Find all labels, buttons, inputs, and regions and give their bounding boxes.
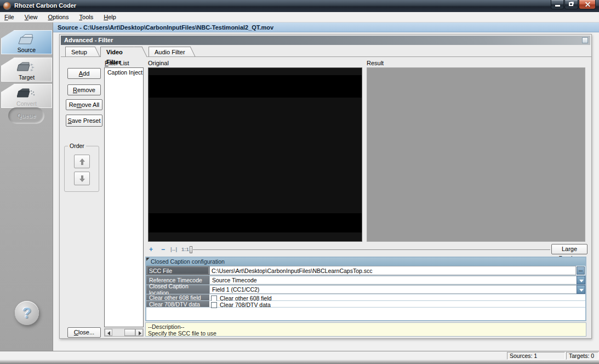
filter-list-hscrollbar[interactable] [104,328,144,337]
menubar: File View Options Tools Help [0,12,599,22]
chevron-down-icon[interactable] [577,276,585,285]
chevron-down-icon[interactable] [577,285,585,294]
panel-corner-button[interactable] [582,37,588,43]
zoom-out-icon[interactable]: − [161,246,165,253]
filter-list-item[interactable]: Caption Inject F [105,68,143,77]
queue-button[interactable]: Queue [8,107,44,124]
advanced-filter-title: Advanced - Filter [64,37,113,43]
advanced-filter-header: Advanced - Filter [61,36,590,45]
order-label: Order [68,143,86,149]
minimize-icon [555,5,560,7]
cc-config-notch-icon [146,258,150,261]
sidebar-item-source[interactable]: Source [1,30,52,54]
zoom-slider-handle[interactable] [190,246,192,253]
tab-video-filter[interactable]: Video Filter [100,47,141,57]
cc-config-title: Closed Caption configuration [151,258,225,265]
clear-708-checkbox-label: Clear 708/DTV data [220,302,271,308]
caption-location-label[interactable]: Closed Caption location [146,285,209,294]
target-folder-icon [17,60,37,73]
clear-608-label[interactable]: Clear other 608 field [146,294,209,300]
source-path-header: Source - C:\Users\Art\Desktop\CarbonInpu… [53,22,599,32]
statusbar: Sources: 1 Targets: 0 [0,351,599,360]
status-sources: Sources: 1 [507,352,565,360]
zoom-slider-track[interactable] [193,249,550,250]
help-button[interactable]: ? [15,301,39,325]
sidebar-source-label: Source [1,47,52,53]
close-icon [584,2,590,8]
menu-view[interactable]: View [20,12,42,22]
scc-file-input[interactable]: C:\Users\Art\Desktop\CarbonInputFiles\NB… [209,266,576,275]
taskbar-edge [0,360,599,364]
large-preview-button[interactable]: Large Preview [551,244,587,254]
scroll-right-icon[interactable] [135,329,143,336]
app-window: Rhozet Carbon Coder File View Options To… [0,0,599,364]
app-icon [3,2,11,10]
filter-item-label: Caption Inject F [107,69,144,76]
close-window-button[interactable] [579,0,596,9]
add-button[interactable]: Add [67,68,101,79]
scroll-left-icon[interactable] [105,329,112,336]
zoom-fit-icon[interactable]: |↔| [170,246,176,253]
result-label: Result [367,60,384,66]
clear-708-checkbox[interactable] [211,302,217,308]
original-preview [148,67,362,242]
caption-location-cell: Field 1 (CC1/CC2) [209,285,585,294]
clear-708-cell: Clear 708/DTV data [209,301,585,307]
description-text: Specify the SCC file to use [148,330,584,337]
remove-button[interactable]: Remove [67,84,101,95]
remove-all-button[interactable]: Remove All [66,99,102,110]
restore-button[interactable] [564,0,578,9]
closed-caption-config: Closed Caption configuration SCC File C:… [145,257,586,321]
cc-row-caption-location: Closed Caption location Field 1 (CC1/CC2… [146,285,585,294]
scc-file-label[interactable]: SCC File [146,266,209,275]
tab-audio-filter[interactable]: Audio Filter [149,47,189,56]
scroll-thumb[interactable] [124,329,135,336]
menu-options[interactable]: Options [44,12,73,22]
browse-button[interactable]: ... [577,266,585,275]
menu-tools[interactable]: Tools [75,12,98,22]
close-button[interactable]: Close... [67,327,101,338]
arrow-up-icon [79,158,85,165]
sidebar-item-convert[interactable]: Convert [1,84,52,108]
order-down-button[interactable] [74,172,90,185]
zoom-in-icon[interactable]: + [149,246,153,253]
tab-setup[interactable]: Setup [65,47,94,56]
result-preview [367,67,585,242]
cc-row-clear-608: Clear other 608 field Clear other 608 fi… [146,294,585,301]
scc-file-value-cell: C:\Users\Art\Desktop\CarbonInputFiles\NB… [209,266,585,275]
clear-608-cell: Clear other 608 field [209,294,585,300]
save-preset-button[interactable]: Save Preset [66,115,102,127]
cc-config-header: Closed Caption configuration [146,258,585,266]
sidebar-item-target[interactable]: Target [1,58,52,82]
description-box: --Description-- Specify the SCC file to … [145,322,586,337]
reference-timecode-cell: Source Timecode [209,276,585,285]
cc-row-reference-timecode: Reference Timecode Source Timecode [146,276,585,285]
minimize-button[interactable] [551,0,564,9]
reference-timecode-select[interactable]: Source Timecode [209,276,585,285]
caption-location-select[interactable]: Field 1 (CC1/CC2) [209,285,585,294]
status-targets: Targets: 0 [566,352,598,360]
clear-708-label[interactable]: Clear 708/DTV data [146,301,209,307]
menu-help[interactable]: Help [99,12,121,22]
order-up-button[interactable] [74,155,90,168]
cc-row-clear-708: Clear 708/DTV data Clear 708/DTV data [146,301,585,308]
advanced-filter-panel: Advanced - Filter Setup Video Filter Aud… [59,34,592,339]
zoom-actual-icon[interactable]: 1:1 [181,246,189,253]
restore-icon [569,2,573,6]
titlebar: Rhozet Carbon Coder [0,0,599,12]
sidebar: Source Target Convert Queue ? [0,22,53,354]
menu-file[interactable]: File [0,12,19,22]
order-group: Order [64,146,99,192]
window-title: Rhozet Carbon Coder [14,2,76,9]
cc-row-scc-file: SCC File C:\Users\Art\Desktop\CarbonInpu… [146,266,585,276]
description-title: --Description-- [148,323,584,330]
filter-list[interactable]: Caption Inject F [104,67,144,327]
original-label: Original [148,60,169,66]
arrow-down-icon [79,175,85,182]
sidebar-convert-label: Convert [1,100,52,107]
convert-folder-icon [17,87,37,100]
source-folder-icon [18,33,36,46]
sidebar-target-label: Target [1,74,52,81]
